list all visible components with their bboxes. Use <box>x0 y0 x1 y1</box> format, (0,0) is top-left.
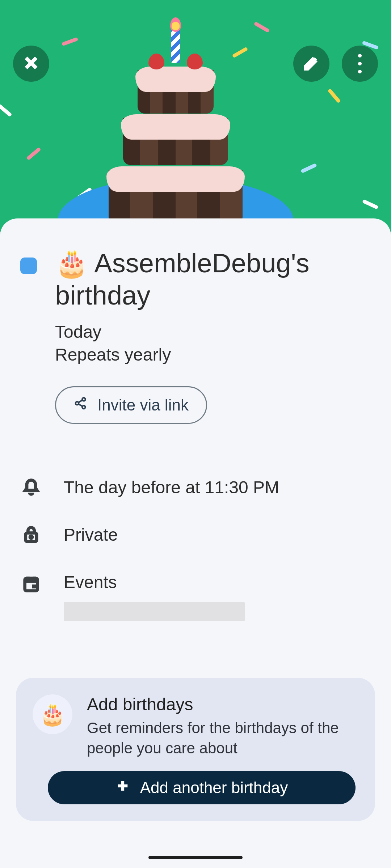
calendar-color-chip[interactable] <box>20 258 37 274</box>
svg-point-14 <box>30 536 32 539</box>
cake-illustration <box>109 80 243 224</box>
reminder-row[interactable]: The day before at 11:30 PM <box>20 464 371 511</box>
lock-icon <box>20 525 42 544</box>
svg-point-8 <box>76 401 79 405</box>
svg-point-9 <box>82 397 85 401</box>
calendar-icon <box>20 574 42 593</box>
edit-button[interactable] <box>293 46 329 82</box>
close-icon <box>22 54 40 73</box>
bell-icon <box>20 478 42 497</box>
calendar-account-redacted <box>64 602 245 621</box>
svg-rect-19 <box>32 584 36 588</box>
calendar-row[interactable]: Events <box>20 558 371 635</box>
add-another-birthday-button[interactable]: Add another birthday <box>48 771 356 804</box>
calendar-name: Events <box>64 572 245 592</box>
visibility-row[interactable]: Private <box>20 511 371 558</box>
visibility-text: Private <box>64 525 118 545</box>
plus-icon <box>115 779 130 797</box>
event-title: 🎂 AssembleDebug's birthday <box>55 247 371 312</box>
event-recurrence: Repeats yearly <box>55 345 371 365</box>
promo-heading: Add birthdays <box>87 694 358 714</box>
pencil-icon <box>303 54 320 73</box>
more-vert-icon <box>358 52 362 76</box>
invite-via-link-button[interactable]: Invite via link <box>55 386 207 424</box>
event-hero-image <box>0 0 391 239</box>
close-button[interactable] <box>13 46 49 82</box>
reminder-text: The day before at 11:30 PM <box>64 477 279 497</box>
promo-body: Get reminders for the birthdays of the p… <box>87 718 358 759</box>
event-date: Today <box>55 322 371 342</box>
more-options-button[interactable] <box>342 46 378 82</box>
share-icon <box>73 396 88 414</box>
svg-line-11 <box>79 400 83 403</box>
invite-label: Invite via link <box>97 396 189 414</box>
cake-icon: 🎂 <box>33 694 72 734</box>
add-birthdays-promo: 🎂 Add birthdays Get reminders for the bi… <box>16 678 375 821</box>
promo-button-label: Add another birthday <box>140 779 288 797</box>
svg-line-12 <box>79 404 83 407</box>
gesture-nav-pill[interactable] <box>148 856 243 859</box>
svg-point-10 <box>82 405 85 409</box>
